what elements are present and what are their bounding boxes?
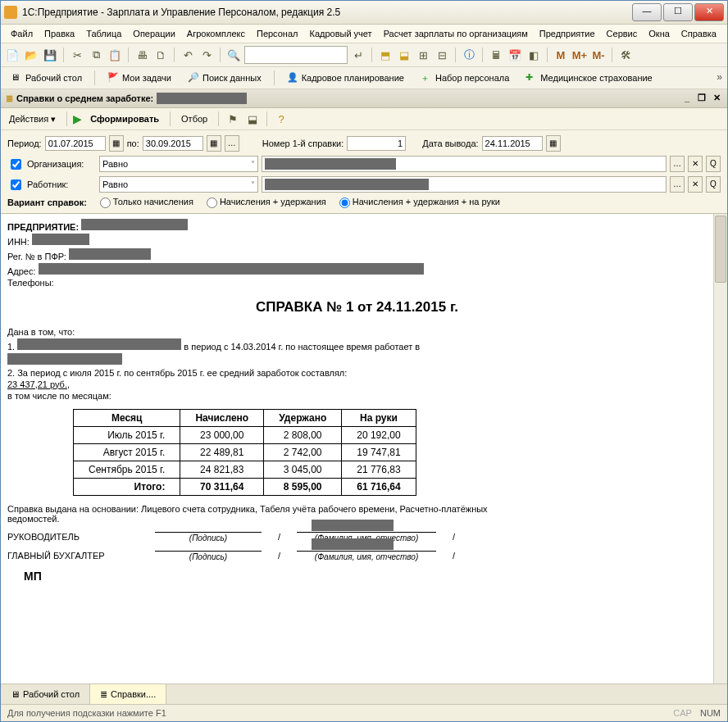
emp-checkbox[interactable] bbox=[11, 179, 21, 190]
tool-icon[interactable]: ⬓ bbox=[244, 111, 261, 127]
calendar-icon[interactable]: ▦ bbox=[109, 135, 124, 152]
clear-button[interactable]: ✕ bbox=[688, 176, 703, 193]
lookup-button[interactable]: Q bbox=[706, 176, 721, 193]
tab-med[interactable]: ✚Медицинское страхование bbox=[519, 70, 658, 86]
zoom-mplus[interactable]: M+ bbox=[571, 47, 588, 63]
minimize-button[interactable]: — bbox=[632, 3, 662, 21]
emp-field[interactable] bbox=[262, 176, 667, 193]
ellipsis-button[interactable]: … bbox=[670, 176, 685, 193]
maximize-button[interactable]: ☐ bbox=[663, 3, 693, 21]
tool-icon[interactable]: ◧ bbox=[526, 47, 542, 63]
calendar-icon[interactable]: ▦ bbox=[546, 135, 561, 152]
tool-icon[interactable]: ⬓ bbox=[396, 47, 412, 63]
calendar-icon[interactable]: ▦ bbox=[207, 135, 221, 152]
ellipsis-button[interactable]: … bbox=[225, 135, 239, 152]
org-field[interactable] bbox=[262, 156, 667, 172]
menu-windows[interactable]: Окна bbox=[644, 27, 675, 40]
tool-icon[interactable]: ⚑ bbox=[225, 111, 241, 127]
tool-icon[interactable]: ⊞ bbox=[415, 47, 431, 63]
menu-company[interactable]: Предприятие bbox=[535, 27, 600, 40]
undo-icon[interactable]: ↶ bbox=[180, 47, 196, 63]
signature-slot: (Подпись) bbox=[155, 532, 262, 543]
output-date-input[interactable] bbox=[482, 136, 543, 151]
enter-icon[interactable]: ↵ bbox=[350, 47, 366, 63]
panel-icon: ≣ bbox=[6, 93, 13, 104]
date-from-input[interactable] bbox=[45, 136, 106, 151]
cut-icon[interactable]: ✂ bbox=[69, 47, 85, 63]
scrollbar[interactable] bbox=[713, 214, 727, 683]
menu-service[interactable]: Сервис bbox=[602, 27, 643, 40]
menu-file[interactable]: Файл bbox=[6, 27, 38, 40]
number-label: Номер 1-й справки: bbox=[262, 138, 344, 148]
stamp-label: МП bbox=[24, 570, 707, 583]
search-input[interactable] bbox=[244, 46, 348, 64]
panel-minimize[interactable]: _ bbox=[681, 93, 693, 104]
phone-label: Телефоны: bbox=[7, 278, 707, 288]
emp-operator-combo[interactable]: Равно bbox=[99, 176, 258, 193]
save-icon[interactable]: 💾 bbox=[42, 47, 58, 63]
tool-icon[interactable]: ⬒ bbox=[377, 47, 394, 63]
desktop-icon: 🖥 bbox=[11, 689, 20, 699]
pfr-label: Рег. № в ПФР: bbox=[7, 252, 66, 261]
form-button[interactable]: Сформировать bbox=[85, 112, 164, 125]
variant-opt3[interactable]: Начисления + удержания + на руки bbox=[339, 197, 500, 208]
open-icon[interactable]: 📂 bbox=[23, 47, 39, 63]
copy-icon[interactable]: ⧉ bbox=[88, 47, 104, 63]
zoom-m[interactable]: M bbox=[553, 47, 569, 63]
menu-table[interactable]: Таблица bbox=[81, 27, 126, 40]
redacted bbox=[32, 234, 89, 245]
org-checkbox[interactable] bbox=[11, 159, 21, 170]
tab-search[interactable]: 🔎Поиск данных bbox=[181, 70, 268, 86]
tab-desktop[interactable]: 🖥Рабочий стол bbox=[4, 70, 89, 86]
close-button[interactable]: ✕ bbox=[694, 3, 724, 21]
panel-restore[interactable]: ❐ bbox=[696, 93, 708, 104]
paste-icon[interactable]: 📋 bbox=[107, 47, 123, 63]
menu-kadr[interactable]: Кадровый учет bbox=[304, 27, 376, 40]
menu-agro[interactable]: Агрокомплекс bbox=[182, 27, 250, 40]
zoom-mminus[interactable]: M- bbox=[590, 47, 607, 63]
main-toolbar: 📄 📂 💾 ✂ ⧉ 📋 🖶 🗋 ↶ ↷ 🔍 ↵ ⬒ ⬓ ⊞ ⊟ ⓘ 🖩 📅 ◧ … bbox=[1, 43, 727, 67]
redo-icon[interactable]: ↷ bbox=[198, 47, 215, 63]
search-icon[interactable]: 🔍 bbox=[225, 47, 242, 63]
variant-opt2[interactable]: Начисления + удержания bbox=[207, 197, 326, 208]
menu-help[interactable]: Справка bbox=[676, 27, 721, 40]
help-icon[interactable]: ? bbox=[273, 111, 289, 127]
calendar-icon[interactable]: 📅 bbox=[507, 47, 523, 63]
menu-salary[interactable]: Расчет зарплаты по организациям bbox=[379, 27, 533, 40]
help-icon[interactable]: ⓘ bbox=[461, 47, 477, 63]
menu-personal[interactable]: Персонал bbox=[252, 27, 303, 40]
calc-icon[interactable]: 🖩 bbox=[488, 47, 504, 63]
clear-button[interactable]: ✕ bbox=[688, 156, 703, 172]
tab-planning[interactable]: 👤Кадровое планирование bbox=[280, 70, 411, 86]
variant-opt1[interactable]: Только начисления bbox=[100, 197, 193, 208]
menu-edit[interactable]: Правка bbox=[39, 27, 80, 40]
document-title: СПРАВКА № 1 от 24.11.2015 г. bbox=[7, 299, 707, 316]
lookup-button[interactable]: Q bbox=[706, 156, 721, 172]
print-icon[interactable]: 🖶 bbox=[134, 47, 150, 63]
btab-doc[interactable]: ≣Справки.... bbox=[90, 684, 166, 704]
settings-icon[interactable]: 🛠 bbox=[617, 47, 634, 63]
accountant-label: ГЛАВНЫЙ БУХГАЛТЕР bbox=[7, 551, 139, 561]
panel-close[interactable]: ✕ bbox=[711, 93, 722, 104]
output-date-label: Дата вывода: bbox=[422, 138, 478, 148]
date-to-input[interactable] bbox=[143, 136, 203, 151]
menu-ops[interactable]: Операции bbox=[128, 27, 180, 40]
redacted bbox=[81, 219, 188, 230]
tab-tasks[interactable]: 🚩Мои задачи bbox=[101, 70, 178, 86]
to-label: по: bbox=[127, 138, 139, 148]
tab-recruit[interactable]: ＋Набор персонала bbox=[414, 70, 516, 86]
org-operator-combo[interactable]: Равно bbox=[99, 156, 258, 172]
filter-button[interactable]: Отбор bbox=[176, 112, 212, 125]
table-row: Сентябрь 2015 г.24 821,833 045,0021 776,… bbox=[74, 461, 416, 478]
btab-desktop[interactable]: 🖥Рабочий стол bbox=[1, 684, 90, 704]
ellipsis-button[interactable]: … bbox=[670, 156, 685, 172]
new-icon[interactable]: 📄 bbox=[4, 47, 20, 63]
filter-panel: Период: ▦ по: ▦ … Номер 1-й справки: Дат… bbox=[1, 130, 727, 214]
preview-icon[interactable]: 🗋 bbox=[152, 47, 169, 63]
tool-icon[interactable]: ⊟ bbox=[434, 47, 450, 63]
play-icon[interactable]: ▶ bbox=[73, 112, 82, 125]
med-icon: ✚ bbox=[526, 72, 537, 84]
actions-menu[interactable]: Действия ▾ bbox=[4, 112, 61, 126]
number-input[interactable] bbox=[347, 136, 406, 151]
chevron-down-icon[interactable]: » bbox=[717, 71, 722, 83]
